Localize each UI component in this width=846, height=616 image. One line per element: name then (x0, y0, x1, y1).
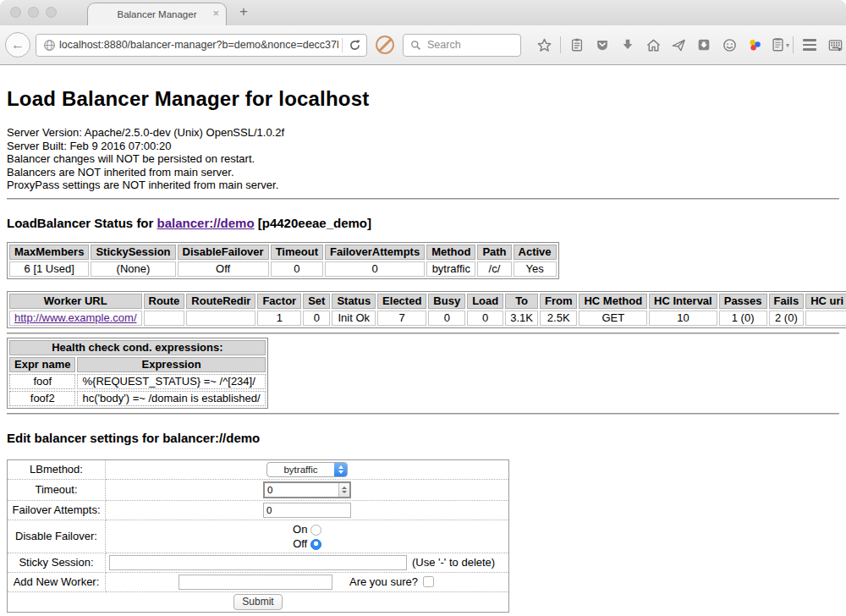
are-you-sure-checkbox[interactable] (423, 576, 434, 587)
url-text[interactable]: localhost:8880/balancer-manager?b=demo&n… (59, 39, 338, 51)
sticky-hint: (Use '-' to delete) (412, 556, 495, 569)
cell-factor: 1 (257, 311, 301, 326)
tab-balancer-manager[interactable]: Balancer Manager × (87, 3, 227, 25)
col-factor: Factor (257, 294, 301, 309)
radio-on[interactable] (310, 525, 321, 536)
cell-from: 2.5K (540, 311, 578, 326)
col-passes: Passes (719, 294, 767, 309)
disable-failover-label: Disable Failover: (8, 520, 106, 553)
server-info: Server Version: Apache/2.5.0-dev (Unix) … (7, 126, 839, 192)
heading-text: LoadBalancer Status for (7, 216, 157, 230)
balancer-demo-link[interactable]: balancer://demo (157, 216, 255, 230)
number-spinner-icon[interactable] (338, 483, 349, 497)
sticky-cell: (Use '-' to delete) (106, 553, 509, 572)
cell-worker-url: http://www.example.com/ (9, 311, 142, 326)
add-worker-cell: Are you sure? (106, 572, 509, 591)
sidebar-panel-icon[interactable] (769, 34, 786, 56)
table-header-row: Worker URL Route RouteRedir Factor Set S… (9, 294, 846, 309)
form-row-lbmethod: LBmethod: bytraffic (8, 459, 509, 479)
form-row-failover: Failover Attempts: (8, 500, 509, 520)
form-row-timeout: Timeout: (8, 479, 509, 500)
close-window-button[interactable] (10, 7, 21, 18)
worker-url-link[interactable]: http://www.example.com/ (14, 311, 137, 324)
cell-active: Yes (514, 261, 557, 277)
cell-hc-uri (805, 311, 846, 326)
minimize-window-button[interactable] (28, 7, 39, 18)
submit-cell: Submit (8, 591, 509, 612)
divider (7, 198, 839, 200)
health-row: foof2 hc('body') =~ /domain is establish… (9, 391, 266, 406)
balancer-status-table: MaxMembers StickySession DisableFailover… (7, 242, 559, 279)
chevron-down-icon[interactable]: ▾ (786, 41, 789, 49)
add-worker-label: Add New Worker: (8, 572, 106, 591)
cell-elected: 7 (377, 311, 426, 326)
col-failoverattempts: FailoverAttempts (325, 245, 425, 260)
reload-icon[interactable] (346, 34, 363, 56)
bookmarks-clipboard-icon[interactable] (566, 34, 588, 56)
form-row-sticky: Sticky Session: (Use '-' to delete) (8, 553, 509, 572)
radio-on-label: On (293, 523, 307, 536)
are-you-sure-label: Are you sure? (349, 575, 418, 588)
failover-attempts-input[interactable] (263, 503, 351, 518)
col-active: Active (514, 245, 557, 260)
lbmethod-cell: bytraffic (106, 459, 509, 479)
save-page-icon[interactable] (693, 34, 715, 56)
back-button[interactable]: ← (5, 32, 30, 58)
globe-icon (41, 34, 57, 56)
search-icon (409, 34, 422, 56)
zoom-window-button[interactable] (46, 7, 57, 18)
worker-row: http://www.example.com/ 1 0 Init Ok 7 0 … (9, 311, 846, 326)
col-method: Method (426, 245, 475, 260)
submit-button[interactable]: Submit (233, 594, 282, 610)
table-title-row: Health check cond. expressions: (9, 340, 266, 355)
plugin-blocked-icon[interactable] (376, 36, 394, 54)
home-icon[interactable] (642, 34, 664, 56)
cell-passes: 1 (0) (719, 311, 767, 326)
timeout-input[interactable] (265, 483, 338, 497)
select-stepper-icon (334, 462, 347, 477)
cell-load: 0 (467, 311, 503, 326)
lbmethod-select[interactable]: bytraffic (266, 462, 348, 477)
new-tab-button[interactable]: + (235, 3, 252, 20)
col-hc-interval: HC Interval (649, 294, 717, 309)
health-row: foof %{REQUEST_STATUS} =~ /^[234]/ (9, 374, 266, 389)
send-plane-icon[interactable] (667, 34, 689, 56)
add-worker-input[interactable] (179, 575, 332, 590)
cell-method: bytraffic (426, 261, 475, 277)
table-header-row: MaxMembers StickySession DisableFailover… (9, 245, 557, 260)
sticky-session-input[interactable] (109, 555, 407, 570)
col-stickysession: StickySession (91, 245, 175, 260)
cell-timeout: 0 (271, 261, 323, 277)
window-controls[interactable] (10, 7, 57, 18)
extension-grid-icon[interactable] (824, 34, 846, 56)
cell-busy: 0 (428, 311, 465, 326)
col-worker-url: Worker URL (9, 294, 142, 309)
page-content: Load Balancer Manager for localhost Serv… (0, 87, 846, 616)
tab-title: Balancer Manager (118, 9, 197, 19)
search-input[interactable] (426, 38, 510, 52)
col-disablefailover: DisableFailover (178, 245, 269, 260)
url-bar[interactable]: localhost:8880/balancer-manager?b=demo&n… (36, 34, 367, 57)
page-title: Load Balancer Manager for localhost (7, 87, 839, 111)
pocket-icon[interactable] (591, 34, 613, 56)
colored-dots-extension-icon[interactable] (744, 34, 766, 56)
divider (7, 413, 839, 415)
tab-close-icon[interactable]: × (212, 7, 219, 20)
feedback-smiley-icon[interactable] (718, 34, 740, 56)
search-bar[interactable] (403, 34, 521, 57)
menu-hamburger-icon[interactable] (799, 34, 821, 56)
col-status: Status (332, 294, 376, 309)
cell-disablefailover: Off (178, 261, 269, 277)
bookmark-star-icon[interactable] (533, 34, 555, 56)
cell-expression: hc('body') =~ /domain is established/ (77, 391, 265, 406)
radio-off-label: Off (293, 537, 307, 550)
col-timeout: Timeout (271, 245, 323, 260)
heading-suffix: [p4420eeae_demo] (255, 216, 371, 230)
timeout-label: Timeout: (8, 479, 106, 500)
divider (7, 333, 839, 334)
toolbar-separator (560, 36, 561, 53)
download-arrow-icon[interactable] (617, 34, 639, 56)
radio-off[interactable] (310, 539, 321, 550)
col-expr-name: Expr name (9, 357, 75, 372)
timeout-cell (106, 479, 509, 500)
